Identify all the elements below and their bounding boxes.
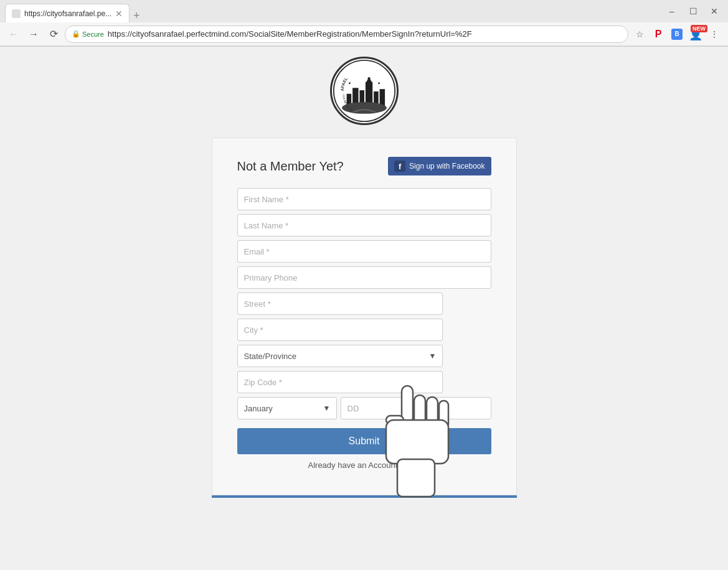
tab-title: https://cityofsanrafael.pe... xyxy=(24,9,111,18)
state-group: State/Province California New York Texas… xyxy=(237,345,491,367)
last-name-group xyxy=(237,214,491,236)
bookmarks-button[interactable]: ☆ xyxy=(631,26,648,43)
login-prompt-text: Already have an Account? xyxy=(308,460,402,470)
logo-container: SAN RAFAEL THE CITY WITH A MISSION xyxy=(330,57,399,125)
forward-button[interactable]: → xyxy=(25,26,42,43)
url-text: https://cityofsanrafael.perfectmind.com/… xyxy=(108,29,622,39)
extension-b[interactable]: B xyxy=(668,26,686,43)
refresh-button[interactable]: ⟳ xyxy=(45,26,62,43)
nav-bar: ← → ⟳ 🔒 Secure https://cityofsanrafael.p… xyxy=(0,22,728,46)
last-name-input[interactable] xyxy=(237,214,491,236)
city-input[interactable] xyxy=(237,319,443,341)
back-button[interactable]: ← xyxy=(5,26,22,43)
submit-button[interactable]: Submit xyxy=(237,428,491,454)
svg-point-12 xyxy=(348,82,350,84)
city-group xyxy=(237,319,491,341)
login-link[interactable]: Lo... xyxy=(404,460,420,470)
registration-form-card: Not a Member Yet? f Sign up with Faceboo… xyxy=(212,138,517,495)
minimize-button[interactable]: – xyxy=(663,2,681,20)
browser-chrome: https://cityofsanrafael.pe... ✕ + – ☐ ✕ … xyxy=(0,0,728,47)
street-group xyxy=(237,292,491,315)
phone-input[interactable] xyxy=(237,266,491,289)
bottom-accent-line xyxy=(212,495,517,498)
browser-menu-button[interactable]: ⋮ xyxy=(706,26,723,43)
facebook-icon: f xyxy=(394,161,405,172)
title-bar: https://cityofsanrafael.pe... ✕ + – ☐ ✕ xyxy=(0,0,728,22)
new-badge: NEW xyxy=(691,25,707,32)
facebook-signup-button[interactable]: f Sign up with Facebook xyxy=(388,157,491,175)
close-button[interactable]: ✕ xyxy=(706,2,723,20)
form-header: Not a Member Yet? f Sign up with Faceboo… xyxy=(237,157,491,175)
zip-group xyxy=(237,371,491,393)
dob-year-input[interactable] xyxy=(418,397,491,419)
phone-group xyxy=(237,266,491,289)
secure-indicator: 🔒 Secure xyxy=(72,30,104,38)
dob-month-group: January February March April May June Ju… xyxy=(237,397,337,419)
street-input[interactable] xyxy=(237,292,443,315)
window-controls: – ☐ ✕ xyxy=(663,2,723,20)
address-bar[interactable]: 🔒 Secure https://cityofsanrafael.perfect… xyxy=(65,26,628,43)
tab-favicon xyxy=(12,9,21,18)
extension-new[interactable]: 👤 NEW xyxy=(687,26,704,43)
page-content: SAN RAFAEL THE CITY WITH A MISSION Not a… xyxy=(0,47,728,570)
maximize-button[interactable]: ☐ xyxy=(684,2,702,20)
zip-input[interactable] xyxy=(237,371,443,393)
dob-day-group xyxy=(341,397,414,419)
browser-tab[interactable]: https://cityofsanrafael.pe... ✕ xyxy=(5,4,130,22)
svg-point-13 xyxy=(378,82,380,84)
logo-svg: SAN RAFAEL THE CITY WITH A MISSION xyxy=(332,58,397,123)
first-name-input[interactable] xyxy=(237,188,491,210)
login-link-container: Already have an Account? Lo... xyxy=(237,460,491,470)
ext-badge-b: B xyxy=(671,29,683,40)
tab-close-button[interactable]: ✕ xyxy=(115,9,123,19)
dob-year-group xyxy=(418,397,491,419)
state-select[interactable]: State/Province California New York Texas xyxy=(237,345,443,367)
dob-month-select[interactable]: January February March April May June Ju… xyxy=(237,397,337,419)
email-input[interactable] xyxy=(237,240,491,263)
site-logo: SAN RAFAEL THE CITY WITH A MISSION xyxy=(330,57,399,125)
pinterest-extension[interactable]: P xyxy=(650,26,667,43)
dob-row: January February March April May June Ju… xyxy=(237,397,491,419)
email-group xyxy=(237,240,491,263)
new-tab-button[interactable]: + xyxy=(130,9,144,22)
browser-extensions: ☆ P B 👤 NEW ⋮ xyxy=(631,26,723,43)
facebook-button-label: Sign up with Facebook xyxy=(409,162,485,171)
tab-strip: https://cityofsanrafael.pe... ✕ + xyxy=(5,0,144,22)
dob-day-input[interactable] xyxy=(341,397,414,419)
first-name-group xyxy=(237,188,491,210)
svg-rect-6 xyxy=(367,77,370,82)
form-title: Not a Member Yet? xyxy=(237,159,344,174)
